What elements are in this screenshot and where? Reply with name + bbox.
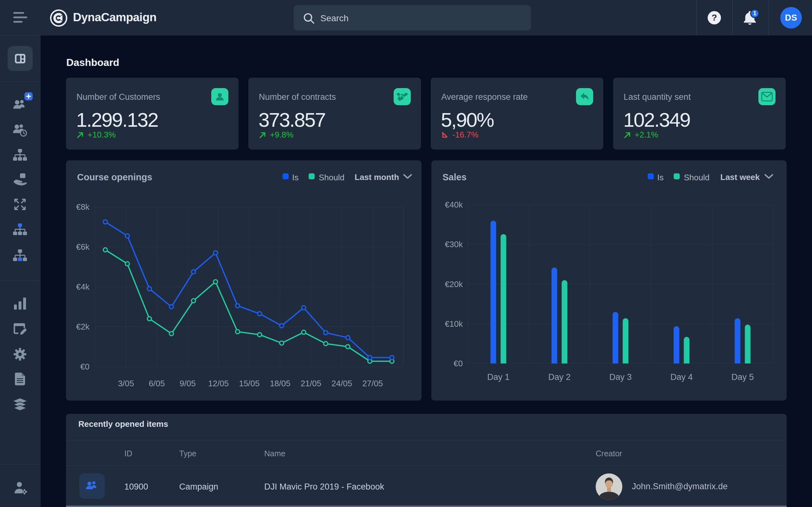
svg-text:Day 3: Day 3 [609, 372, 632, 382]
svg-text:15/05: 15/05 [239, 379, 259, 388]
svg-text:Day 5: Day 5 [731, 372, 754, 382]
svg-text:Day 4: Day 4 [670, 372, 693, 382]
svg-text:3/05: 3/05 [118, 379, 134, 388]
svg-text:€40k: €40k [445, 200, 463, 210]
svg-text:€6k: €6k [76, 242, 90, 251]
svg-text:Day 2: Day 2 [548, 372, 571, 382]
svg-text:18/05: 18/05 [270, 379, 291, 388]
svg-text:€0: €0 [80, 362, 90, 372]
svg-text:€0: €0 [454, 359, 463, 368]
svg-text:€30k: €30k [445, 239, 463, 249]
svg-text:6/05: 6/05 [149, 379, 165, 388]
svg-text:€4k: €4k [76, 282, 90, 291]
svg-text:€2k: €2k [76, 322, 90, 331]
svg-text:24/05: 24/05 [332, 379, 352, 388]
svg-text:€20k: €20k [445, 279, 463, 289]
svg-text:9/05: 9/05 [180, 379, 196, 388]
svg-text:27/05: 27/05 [362, 379, 383, 388]
svg-text:21/05: 21/05 [301, 379, 321, 388]
svg-text:€8k: €8k [76, 202, 90, 212]
svg-text:12/05: 12/05 [208, 379, 229, 388]
svg-text:€10k: €10k [445, 319, 463, 329]
svg-text:Day 1: Day 1 [487, 372, 510, 382]
